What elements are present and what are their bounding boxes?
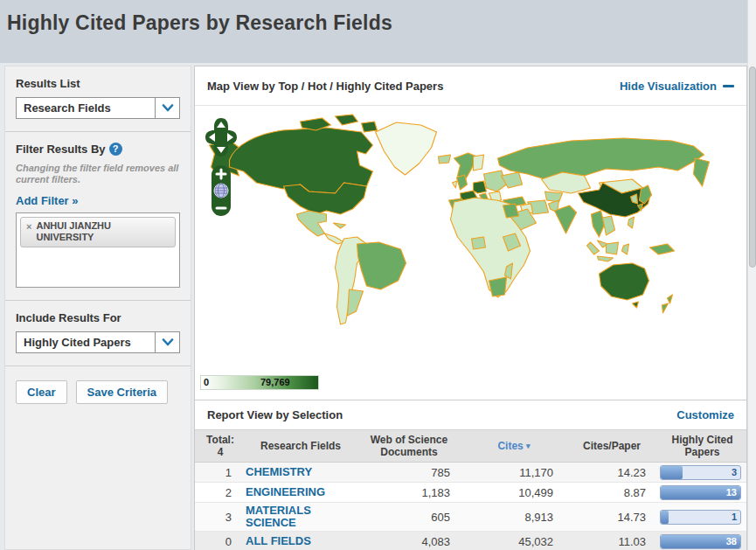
rank-cell: 1	[195, 464, 246, 481]
column-header-highly-cited[interactable]: Highly Cited Papers	[658, 430, 746, 462]
hide-visualization-text: Hide Visualization	[620, 80, 717, 93]
column-header-research-fields[interactable]: Research Fields	[246, 436, 356, 456]
page-header: Highly Cited Papers by Research Fields	[0, 0, 756, 63]
documents-cell: 785	[356, 464, 462, 481]
help-icon[interactable]: ?	[109, 143, 122, 156]
country-australia[interactable]	[600, 263, 649, 300]
page-title: Highly Cited Papers by Research Fields	[0, 0, 756, 35]
country-south-africa[interactable]	[489, 277, 507, 296]
country-brazil[interactable]	[357, 242, 406, 289]
field-link[interactable]: MATERIALS SCIENCE	[246, 503, 356, 531]
column-header-cites[interactable]: Cites ▾	[462, 436, 565, 456]
report-view-title: Report View by Selection	[207, 408, 343, 421]
remove-filter-icon[interactable]: ×	[26, 221, 31, 232]
customize-link[interactable]: Customize	[676, 408, 734, 421]
country-finland[interactable]	[474, 155, 484, 171]
total-value: 4	[197, 446, 244, 458]
country-mexico[interactable]	[297, 211, 327, 236]
column-header-cites-per-paper[interactable]: Cites/Paper	[565, 436, 658, 456]
map-zoom-control[interactable]	[212, 165, 231, 216]
include-results-label: Include Results For	[16, 311, 180, 324]
country-philippines[interactable]	[628, 217, 635, 228]
highly-cited-cell: 1	[658, 508, 746, 526]
bar-fill	[661, 511, 669, 524]
country-iceland[interactable]	[439, 155, 451, 164]
country-nigeria[interactable]	[472, 237, 486, 249]
legend-min-value: 0	[204, 377, 209, 387]
map-region: 0 79,769	[195, 106, 746, 400]
world-map[interactable]	[195, 106, 746, 377]
include-results-selected-value: Highly Cited Papers	[17, 332, 155, 352]
cites-cell: 10,499	[462, 484, 565, 501]
highly-cited-bar: 13	[660, 485, 741, 500]
rank-cell: 3	[195, 509, 246, 526]
country-russia[interactable]	[498, 138, 704, 179]
table-row-engineering: 2 ENGINEERING 1,183 10,499 8.87 13	[195, 483, 746, 503]
region-central-asia[interactable]	[545, 191, 563, 202]
country-myanmar-thailand[interactable]	[592, 211, 605, 237]
filter-section: Filter Results By? Changing the filter f…	[5, 132, 191, 300]
region-indochina[interactable]	[603, 216, 615, 235]
country-germany[interactable]	[474, 181, 487, 193]
hide-visualization-link[interactable]: Hide Visualization	[620, 80, 734, 93]
map-controls	[204, 116, 239, 225]
field-link[interactable]: ALL FIELDS	[246, 533, 356, 549]
country-indonesia-sulawesi[interactable]	[622, 244, 629, 254]
country-india[interactable]	[555, 205, 577, 233]
filter-tag-anhui-jianzhu-university[interactable]: × ANHUI JIANZHU UNIVERSITY	[20, 217, 176, 247]
table-header-row: Total: 4 Research Fields Web of Science …	[195, 429, 746, 463]
results-list-select[interactable]: Research Fields	[16, 97, 180, 119]
filter-results-by-text: Filter Results By	[16, 143, 106, 156]
legend-max-value: 79,769	[260, 377, 290, 387]
country-ireland[interactable]	[453, 181, 457, 188]
scrollbar-thumb[interactable]	[749, 66, 756, 268]
include-results-select[interactable]: Highly Cited Papers	[16, 331, 180, 353]
country-indonesia-sumatra[interactable]	[587, 242, 600, 254]
chevron-down-icon	[155, 332, 179, 352]
rank-cell: 2	[195, 484, 246, 501]
cites-label: Cites	[497, 440, 523, 452]
field-link[interactable]: CHEMISTRY	[246, 464, 356, 480]
save-criteria-button[interactable]: Save Criteria	[76, 380, 169, 404]
highly-cited-cell: 38	[658, 533, 746, 550]
country-russia-kamchatka[interactable]	[694, 158, 710, 186]
country-indonesia-borneo[interactable]	[607, 242, 619, 254]
map-pan-control[interactable]	[205, 118, 237, 157]
country-new-zealand-south[interactable]	[662, 303, 669, 313]
bar-value: 1	[732, 512, 737, 522]
documents-cell: 605	[356, 509, 462, 526]
globe-icon[interactable]	[214, 184, 228, 198]
rank-cell: 0	[195, 533, 246, 550]
cites-per-paper-cell: 14.23	[565, 464, 658, 481]
clear-button[interactable]: Clear	[16, 380, 67, 404]
country-uk[interactable]	[457, 175, 468, 190]
results-table: Total: 4 Research Fields Web of Science …	[195, 429, 746, 550]
country-new-guinea[interactable]	[650, 244, 675, 254]
highly-cited-bar: 38	[660, 534, 741, 549]
country-greenland[interactable]	[376, 122, 437, 175]
sort-descending-icon: ▾	[526, 442, 531, 450]
country-canada-arctic[interactable]	[336, 115, 358, 125]
total-label: Total:	[197, 434, 244, 446]
chevron-down-icon	[155, 98, 179, 118]
cites-per-paper-cell: 11.03	[565, 533, 658, 550]
cites-per-paper-cell: 8.87	[565, 484, 658, 501]
region-eastern-europe[interactable]	[484, 171, 507, 191]
column-header-documents[interactable]: Web of Science Documents	[356, 430, 462, 462]
report-header: Report View by Selection Customize	[195, 400, 746, 429]
table-row-chemistry: 1 CHEMISTRY 785 11,170 14.23 3	[195, 463, 746, 483]
country-indonesia-java[interactable]	[598, 256, 614, 261]
country-new-zealand-north[interactable]	[668, 295, 673, 303]
country-tasmania[interactable]	[633, 302, 639, 308]
add-filter-link[interactable]: Add Filter »	[16, 194, 79, 207]
bar-fill	[661, 466, 683, 479]
field-link[interactable]: ENGINEERING	[246, 484, 356, 500]
country-argentina[interactable]	[348, 289, 364, 316]
cites-cell: 8,913	[462, 509, 565, 526]
highly-cited-cell: 13	[658, 484, 746, 502]
region-central-america[interactable]	[325, 233, 344, 244]
highly-cited-cell: 3	[658, 463, 746, 482]
country-canada-arctic[interactable]	[362, 122, 378, 132]
country-cuba[interactable]	[334, 223, 346, 228]
vertical-scrollbar[interactable]	[747, 0, 756, 550]
